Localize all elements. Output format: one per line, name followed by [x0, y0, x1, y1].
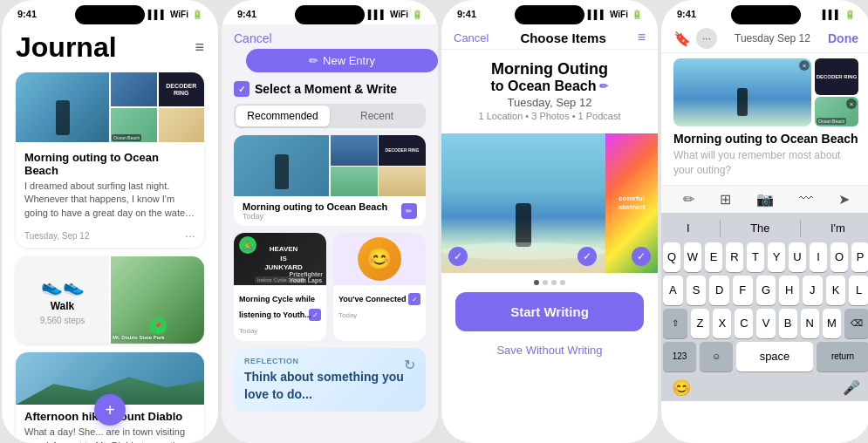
status-bar-3: 9:41 ▌▌▌ WiFi 🔋 — [441, 0, 658, 24]
list-icon[interactable]: ≡ — [638, 30, 646, 45]
walk-left: 👟👟 Walk 9,560 steps — [16, 256, 109, 344]
signal-icon-2: ▌▌▌ — [368, 10, 386, 19]
park-label: Mt. Diablo State Park — [113, 335, 165, 340]
pen-tool-icon[interactable]: ✏ — [683, 191, 694, 208]
key-i[interactable]: I — [810, 242, 827, 272]
cancel-button-3[interactable]: Cancel — [454, 31, 489, 44]
moment-mini-4 — [379, 167, 426, 197]
surfer-figure — [56, 100, 70, 135]
bookmark-icon[interactable]: 🔖 — [673, 31, 691, 47]
new-entry-button[interactable]: ✏ New Entry — [246, 49, 438, 72]
emoji-button[interactable]: 😊 — [672, 378, 691, 398]
key-u[interactable]: U — [789, 242, 806, 272]
key-s[interactable]: S — [687, 276, 707, 305]
activity-card-cycle[interactable]: 🚴 HEAVENISJUNKYARD Indoor Cycle 2.06Mi P… — [234, 233, 326, 341]
choose-items-content: Cancel Choose Items ≡ Morning Outing to … — [441, 24, 658, 443]
key-d[interactable]: D — [709, 276, 729, 305]
divider-2 — [800, 220, 801, 237]
key-y[interactable]: Y — [768, 242, 785, 272]
key-f[interactable]: F — [733, 276, 753, 305]
emoji-row: 😊 🎤 — [663, 375, 868, 399]
writing-media: × DECODER RING Ocean Beach × — [661, 53, 868, 132]
refresh-icon[interactable]: ↻ — [404, 357, 415, 373]
key-r[interactable]: R — [726, 242, 743, 272]
key-m[interactable]: M — [823, 309, 841, 338]
walk-steps: 9,560 steps — [40, 316, 85, 325]
select-moment-header: ✓ Select a Moment & Write — [222, 81, 438, 104]
cycle-date: Today — [239, 327, 257, 335]
moment-info: Morning outing to Ocean Beach Today — [243, 201, 387, 221]
fab-add-button[interactable]: + — [94, 394, 126, 426]
key-b[interactable]: B — [779, 309, 797, 338]
check-circle-mid: ✓ — [578, 247, 597, 266]
key-space[interactable]: space — [736, 342, 813, 371]
key-g[interactable]: G — [756, 276, 776, 305]
wifi-icon-2: WiFi — [390, 10, 408, 19]
key-a[interactable]: A — [663, 276, 683, 305]
key-t[interactable]: T — [747, 242, 764, 272]
key-z[interactable]: Z — [691, 309, 709, 338]
key-o[interactable]: O — [830, 242, 848, 272]
key-h[interactable]: H — [779, 276, 799, 305]
suggestion-1[interactable]: I — [687, 222, 690, 235]
key-n[interactable]: N — [801, 309, 819, 338]
dot-2 — [543, 280, 548, 285]
card1-more[interactable]: ··· — [185, 228, 195, 242]
tab-recent[interactable]: Recent — [330, 106, 424, 126]
key-k[interactable]: K — [826, 276, 846, 305]
reflection-card[interactable]: REFLECTION Think about something you lov… — [234, 348, 426, 412]
mini-img-decoder: DECODER RING — [159, 72, 205, 106]
tab-recommended[interactable]: Recommended — [236, 106, 330, 126]
key-x[interactable]: X — [713, 309, 731, 338]
moment-grid-imgs: DECODER RING — [331, 135, 426, 196]
heaven-sign: HEAVENISJUNKYARD — [264, 245, 303, 272]
key-j[interactable]: J — [803, 276, 823, 305]
journal-header: Journal ≡ — [16, 31, 204, 64]
key-e[interactable]: E — [705, 242, 722, 272]
key-c[interactable]: C — [735, 309, 753, 338]
time-3: 9:41 — [457, 9, 476, 19]
key-123[interactable]: 123 — [663, 342, 696, 371]
keyboard: I The I'm Q W E R T Y U I O P A S — [661, 213, 868, 401]
status-icons-3: ▌▌▌ WiFi 🔋 — [588, 10, 642, 19]
suggestion-2[interactable]: The — [750, 222, 769, 235]
journal-card-1[interactable]: DECODER RING Ocean Beach Morning outing … — [16, 72, 204, 248]
media-close-main[interactable]: × — [799, 60, 810, 71]
photo-carousel[interactable]: colorfulabstract ✓ ✓ ✓ — [441, 133, 658, 273]
key-q[interactable]: Q — [663, 242, 680, 272]
key-return[interactable]: return — [817, 342, 868, 371]
key-v[interactable]: V — [756, 309, 775, 338]
card1-date: Tuesday, Sep 12 — [24, 231, 90, 241]
event-meta: 1 Location • 3 Photos • 1 Podcast — [459, 111, 640, 121]
mic-button[interactable]: 🎤 — [843, 379, 860, 396]
mini-img-beach: Ocean Beach — [111, 108, 157, 142]
media-close-thumb[interactable]: × — [846, 99, 857, 109]
writing-toolbar: ✏ ⊞ 📷 〰 ➤ — [661, 185, 868, 213]
more-button[interactable]: ··· — [696, 28, 717, 49]
moment-card[interactable]: DECODER RING Morning outing to Ocean Bea… — [234, 135, 426, 226]
save-without-button[interactable]: Save Without Writing — [441, 335, 658, 365]
cancel-button-2[interactable]: Cancel — [234, 31, 272, 45]
key-emoji[interactable]: ☺ — [700, 342, 733, 371]
key-shift[interactable]: ⇧ — [663, 309, 687, 338]
key-l[interactable]: L — [849, 276, 868, 305]
activity-card-podcast[interactable]: 😊 You've Connected Today ✓ — [333, 233, 426, 341]
audio-tool-icon[interactable]: 〰 — [799, 191, 813, 207]
done-button[interactable]: Done — [828, 31, 858, 45]
new-entry-label: New Entry — [323, 54, 375, 67]
status-icons-2: ▌▌▌ WiFi 🔋 — [368, 10, 422, 19]
camera-tool-icon[interactable]: 📷 — [756, 191, 774, 208]
moment-edit-icon[interactable]: ✏ — [401, 203, 417, 219]
title-edit-icon[interactable]: ✏ — [599, 80, 608, 92]
menu-icon[interactable]: ≡ — [195, 38, 204, 57]
key-delete[interactable]: ⌫ — [844, 309, 868, 338]
send-tool-icon[interactable]: ➤ — [838, 191, 850, 208]
walk-card[interactable]: 👟👟 Walk 9,560 steps 📍 Mt. Diablo State P… — [16, 256, 204, 344]
key-p[interactable]: P — [851, 242, 868, 272]
media-stack: DECODER RING Ocean Beach × — [815, 58, 858, 126]
start-writing-button[interactable]: Start Writing — [455, 292, 644, 331]
key-w[interactable]: W — [684, 242, 701, 272]
suggestion-3[interactable]: I'm — [830, 222, 845, 235]
event-header: Morning Outing to Ocean Beach ✏ Tuesday,… — [441, 50, 658, 126]
image-tool-icon[interactable]: ⊞ — [720, 191, 731, 208]
